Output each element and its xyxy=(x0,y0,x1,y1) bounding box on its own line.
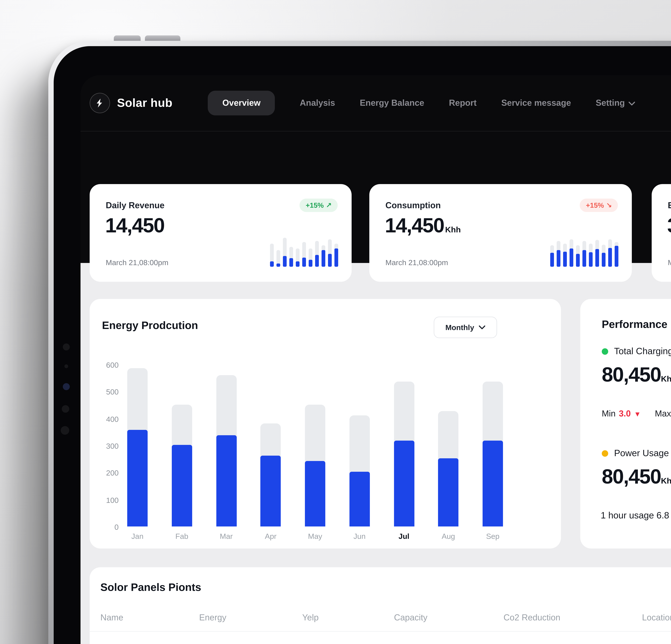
card-title: Energy Prodcution xyxy=(102,319,198,332)
spark-bar xyxy=(550,236,554,267)
metric-label: Power Usage xyxy=(614,448,669,459)
spark-bar xyxy=(289,236,293,267)
stat-card-daily-revenue: Daily Revenue +15% ↗ 14,450 March 21,08:… xyxy=(90,184,352,282)
stat-title: Daily Revenue xyxy=(106,201,165,210)
brand-name: Solar hub xyxy=(117,96,173,110)
y-axis-label: 200 xyxy=(106,469,119,477)
power-usage-header: Power Usage xyxy=(602,448,669,459)
spark-bar xyxy=(615,236,618,267)
spark-bar xyxy=(296,236,300,267)
table-header-divider xyxy=(90,631,671,632)
stat-title: Estimated Savings xyxy=(668,201,671,210)
nav-item-energy-balance[interactable]: Energy Balance xyxy=(360,98,424,108)
nav-item-label: Setting xyxy=(596,98,625,108)
x-axis-label: Aug xyxy=(438,532,458,540)
table-header-row: NameEnergyYelpCapacityCo2 ReductionLocat… xyxy=(100,613,671,622)
nav-item-overview[interactable]: Overview xyxy=(208,91,275,115)
mini-bar-chart xyxy=(550,236,619,267)
spark-bar xyxy=(277,236,280,267)
metric-value-number: 80,450 xyxy=(602,363,661,386)
badge-value: +15% xyxy=(586,201,604,209)
nav-item-setting[interactable]: Setting xyxy=(596,98,635,108)
dashboard-screen: Solar hub OverviewAnalysisEnergy Balance… xyxy=(80,75,671,644)
period-dropdown[interactable]: Monthly xyxy=(434,317,497,338)
column-header-co2-reduction[interactable]: Co2 Reduction xyxy=(504,613,642,622)
spark-bar xyxy=(563,236,567,267)
trend-badge: +15% ↗ xyxy=(300,198,338,212)
bar-group-may[interactable] xyxy=(305,365,325,527)
card-title: Performance Monitoring xyxy=(602,318,671,331)
stat-title: Consumption xyxy=(385,201,441,210)
stat-card-consumption: Consumption +15% ↘ 14,450Khh March 21,08… xyxy=(369,184,632,282)
nav-item-label: Energy Balance xyxy=(360,98,424,108)
column-header-yelp[interactable]: Yelp xyxy=(302,613,394,622)
nav-item-label: Report xyxy=(449,98,477,108)
x-axis-label: Jul xyxy=(394,532,414,540)
stat-timestamp: March 21,08:00pm xyxy=(385,258,448,267)
bar-production xyxy=(483,441,503,527)
x-axis-label: Fab xyxy=(172,532,192,540)
bar-group-aug[interactable] xyxy=(438,365,458,527)
y-axis-label: 400 xyxy=(106,415,119,423)
metric-value-unit: Khh xyxy=(661,476,671,485)
bar-group-mar[interactable] xyxy=(216,365,237,527)
stat-card-estimated-savings: Estimated Savings 320$ March 21,08:00pm xyxy=(652,184,671,282)
stat-value: 320$ xyxy=(667,214,671,237)
min-indicator: Min 3.0 ▼ xyxy=(602,409,641,418)
stat-value: 14,450Khh xyxy=(385,214,461,237)
solar-panels-table-card: Solor Panels Pionts 1 Jan NameEnergyYelp… xyxy=(90,567,671,644)
x-axis-label: Jan xyxy=(127,532,148,540)
bar-production xyxy=(127,430,148,527)
bar-group-fab[interactable] xyxy=(172,365,192,527)
bar-production xyxy=(394,441,414,527)
x-axis-label: Mar xyxy=(216,532,237,540)
stat-value-unit: Khh xyxy=(445,225,461,234)
bar-group-jun[interactable] xyxy=(349,365,370,527)
column-header-energy[interactable]: Energy xyxy=(199,613,302,622)
spark-bar xyxy=(315,236,319,267)
column-header-capacity[interactable]: Capacity xyxy=(394,613,504,622)
chart-x-axis: JanFabMarAprMayJunJulAugSep xyxy=(127,532,503,540)
nav-item-analysis[interactable]: Analysis xyxy=(300,98,335,108)
bar-group-sep[interactable] xyxy=(483,365,503,527)
performance-monitoring-card: Performance Monitoring Total Charging 80… xyxy=(580,299,671,549)
column-header-name[interactable]: Name xyxy=(100,613,199,622)
spark-bar xyxy=(589,236,593,267)
x-axis-label: Sep xyxy=(483,532,503,540)
spark-bar xyxy=(576,236,580,267)
column-header-location[interactable]: Location xyxy=(642,613,671,622)
nav-item-service-message[interactable]: Service message xyxy=(501,98,571,108)
min-max-row: Min 3.0 ▼ Max 10.0 ▼ xyxy=(602,409,671,418)
device-side-button xyxy=(64,364,68,368)
yellow-dot-icon xyxy=(602,450,608,457)
bar-production xyxy=(172,445,192,527)
nav-item-report[interactable]: Report xyxy=(449,98,477,108)
spark-bar xyxy=(608,236,612,267)
chevron-down-icon xyxy=(629,101,635,106)
badge-value: +15% xyxy=(306,201,324,209)
triangle-down-red-icon: ▼ xyxy=(634,410,641,418)
spark-bar xyxy=(283,236,287,267)
device-side-button xyxy=(62,405,69,413)
bar-group-jan[interactable] xyxy=(127,365,148,527)
brand-logo-icon[interactable] xyxy=(90,93,110,113)
spark-bar xyxy=(557,236,560,267)
y-axis-label: 300 xyxy=(106,442,119,450)
chart-plot xyxy=(127,365,503,527)
power-usage-value: 80,450Khh xyxy=(602,465,671,488)
device-side-button xyxy=(61,426,69,435)
trend-badge: +15% ↘ xyxy=(580,198,618,212)
bar-production xyxy=(216,435,237,527)
spark-bar xyxy=(570,236,573,267)
chevron-down-icon xyxy=(479,325,485,330)
y-axis-label: 500 xyxy=(106,388,119,396)
bar-group-jul[interactable] xyxy=(394,365,414,527)
navbar: Solar hub OverviewAnalysisEnergy Balance… xyxy=(80,75,671,131)
stat-value-number: 320 xyxy=(667,214,671,237)
card-title: Solor Panels Pionts xyxy=(100,581,201,594)
max-label: Max xyxy=(655,409,671,418)
max-indicator: Max 10.0 ▼ xyxy=(655,409,671,418)
x-axis-label: Apr xyxy=(261,532,281,540)
bar-group-apr[interactable] xyxy=(261,365,281,527)
metric-value-unit: Khh xyxy=(661,374,671,383)
